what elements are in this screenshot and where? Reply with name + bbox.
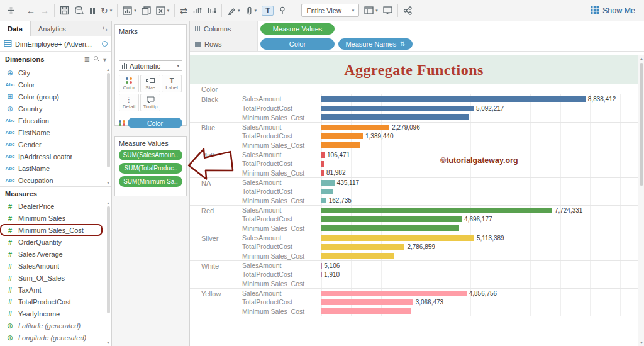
scroll-down-icon[interactable]: ▼ (106, 341, 110, 345)
bar-silver-minimum-sales-cost[interactable] (321, 253, 394, 259)
bar-yellow-salesamount[interactable] (321, 291, 467, 296)
bar-black-minimum-sales-cost[interactable] (321, 114, 469, 120)
shelf-pill-measure-values[interactable]: Measure Values (260, 23, 335, 35)
measure-values-pill-sum-salesamoun[interactable]: SUM(SalesAmoun.. (119, 150, 182, 160)
new-datasource-button[interactable] (74, 6, 84, 15)
measure-field-dealerprice[interactable]: #DealerPrice (0, 200, 111, 212)
bar-blue-totalproductcost[interactable] (321, 133, 363, 139)
bar-multi-minimum-sales-cost[interactable] (321, 170, 324, 176)
dimension-field-gender[interactable]: AbcGender (0, 138, 111, 150)
tab-analytics[interactable]: Analytics (31, 21, 74, 36)
label-button[interactable]: T Label (162, 75, 182, 92)
measure-field-minimum-sales-cost[interactable]: #Minimum Sales_Cost (0, 224, 103, 236)
run-updates-button[interactable]: ↻▾ (101, 6, 112, 15)
dimension-field-city[interactable]: ⊕City (0, 67, 111, 79)
bar-blue-salesamount[interactable] (321, 125, 389, 130)
show-hide-cards-button[interactable]: ▾ (364, 6, 378, 14)
measure-field-taxamt[interactable]: #TaxAmt (0, 284, 111, 296)
vertical-scrollbar[interactable]: ▲ ▼ (638, 55, 644, 346)
redo-button[interactable]: → (40, 6, 49, 15)
presentation-mode-button[interactable] (383, 6, 392, 14)
tooltip-button[interactable]: Tooltip (140, 94, 160, 111)
measure-values-pill-sum-minimum-sa[interactable]: SUM(Minimum Sa.. (119, 176, 182, 187)
size-button[interactable]: Size (140, 75, 160, 92)
measure-field-yearlyincome[interactable]: #YearlyIncome (0, 308, 111, 320)
shelf-pill-color[interactable]: Color (260, 38, 335, 50)
measure-field-sum-of-sales[interactable]: #Sum_Of_Sales (0, 272, 111, 284)
color-button[interactable]: Color (119, 75, 139, 92)
dimension-field-country[interactable]: ⊕Country (0, 103, 111, 114)
fit-view-select[interactable]: Entire View▾ (301, 4, 359, 17)
show-mark-labels-button[interactable]: T (262, 6, 274, 16)
bar-multi-salesamount[interactable] (321, 152, 325, 158)
show-me-button[interactable]: Show Me (591, 6, 638, 16)
bar-row: 1,389,440 (316, 131, 638, 140)
bar-row (316, 224, 638, 233)
view-menu-icon[interactable]: ≣ (84, 55, 90, 64)
bar-black-totalproductcost[interactable] (321, 106, 474, 111)
scrollbar-thumb[interactable] (107, 206, 110, 313)
pane-options-icon[interactable]: ⇆ (99, 21, 111, 36)
bar-yellow-minimum-sales-cost[interactable] (321, 308, 411, 314)
shelf-pill-measure-names[interactable]: Measure Names⇅ (338, 38, 413, 50)
bar-multi-totalproductcost[interactable] (321, 161, 324, 167)
bar-red-salesamount[interactable] (321, 208, 552, 213)
dimension-field-lastname[interactable]: AbcLastName (0, 162, 111, 174)
bar-blue-minimum-sales-cost[interactable] (321, 142, 360, 148)
scroll-up-icon[interactable]: ▲ (106, 201, 110, 205)
find-field-icon[interactable] (93, 55, 100, 64)
fix-axes-button[interactable] (279, 6, 286, 15)
scroll-down-icon[interactable]: ▼ (638, 340, 644, 346)
measure-field-totalproductcost[interactable]: #TotalProductCost (0, 296, 111, 308)
clear-sheet-button[interactable]: ▾ (156, 6, 170, 15)
color-pill[interactable]: Color (128, 118, 182, 128)
sort-icon[interactable]: ⇅ (400, 40, 405, 47)
abc-icon: Abc (5, 177, 15, 183)
bar-na-totalproductcost[interactable] (321, 189, 333, 194)
measure-field-longitude-generated[interactable]: ⊕Longitude (generated) (0, 332, 111, 343)
dimensions-caret-icon[interactable]: ▾ (103, 56, 106, 63)
dimension-field-ipaddresslocator[interactable]: AbcIpAddressLocator (0, 150, 111, 162)
group-members-button[interactable]: ▾ (245, 6, 257, 15)
bar-na-salesamount[interactable] (321, 180, 335, 186)
color-palette-icon (126, 77, 133, 84)
detail-button[interactable]: ⋮ Detail (119, 94, 139, 111)
measure-field-number-of-records[interactable]: =#Number of Records (0, 343, 111, 346)
new-worksheet-button[interactable]: ▾ (123, 6, 136, 15)
measure-field-minimum-sales[interactable]: #Minimum Sales (0, 212, 111, 224)
bar-yellow-totalproductcost[interactable] (321, 299, 413, 305)
scroll-up-icon[interactable]: ▲ (638, 55, 644, 62)
bar-red-totalproductcost[interactable] (321, 216, 462, 222)
mark-type-dropdown[interactable]: Automatic ▾ (119, 60, 182, 71)
bar-red-minimum-sales-cost[interactable] (321, 225, 459, 231)
measure-values-pill-sum-totalproduc[interactable]: SUM(TotalProduc.. (119, 163, 182, 174)
measure-field-salesamount[interactable]: #SalesAmount (0, 260, 111, 272)
bar-na-minimum-sales-cost[interactable] (321, 198, 326, 203)
scrollbar-thumb[interactable] (640, 63, 643, 186)
bar-silver-salesamount[interactable] (321, 235, 474, 241)
scrollbar-thumb[interactable] (107, 73, 110, 167)
highlight-button[interactable]: ▾ (227, 6, 240, 15)
bar-silver-totalproductcost[interactable] (321, 244, 404, 250)
pause-updates-button[interactable] (89, 7, 96, 14)
scroll-down-icon[interactable]: ▼ (106, 181, 110, 185)
sort-descending-button[interactable] (207, 6, 216, 14)
measure-field-orderquantity[interactable]: #OrderQuantity (0, 236, 111, 248)
duplicate-sheet-button[interactable] (142, 6, 151, 15)
dimension-field-occupation[interactable]: AbcOccupation (0, 174, 111, 186)
dimension-field-color[interactable]: AbcColor (0, 79, 111, 91)
datasource-item[interactable]: DimEmployee+ (Adven... (0, 36, 111, 52)
dimension-field-firstname[interactable]: AbcFirstName (0, 126, 111, 138)
bar-black-salesamount[interactable] (321, 96, 586, 102)
measure-field-sales-average[interactable]: #Sales Average (0, 248, 111, 260)
dimension-field-education[interactable]: AbcEducation (0, 114, 111, 126)
undo-button[interactable]: ← (26, 6, 35, 15)
scroll-up-icon[interactable]: ▲ (106, 68, 110, 72)
measure-field-latitude-generated[interactable]: ⊕Latitude (generated) (0, 320, 111, 332)
dimension-field-color-group[interactable]: ⊞Color (group) (0, 91, 111, 103)
sort-ascending-button[interactable] (192, 6, 202, 14)
save-button[interactable] (60, 6, 69, 15)
tab-data[interactable]: Data (0, 21, 31, 36)
share-workbook-button[interactable] (403, 6, 412, 15)
swap-axes-button[interactable]: ⇄ (180, 6, 187, 15)
